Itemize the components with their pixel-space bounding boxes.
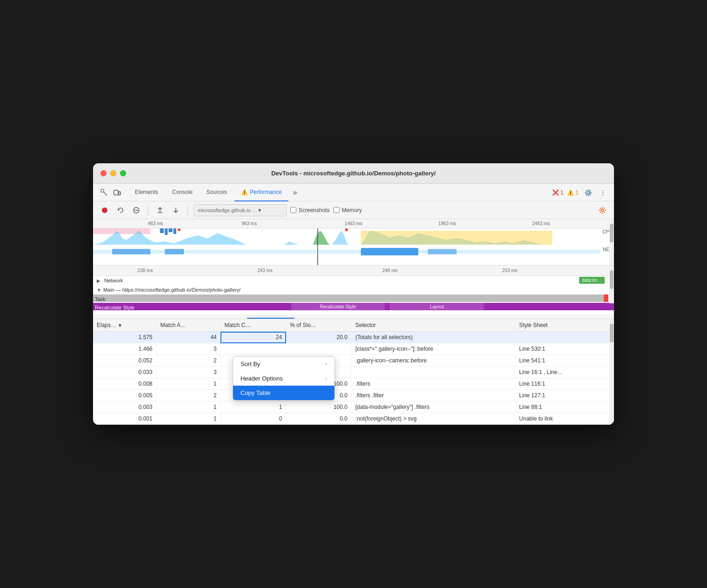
svg-rect-10 bbox=[93, 228, 150, 234]
cell-selector: .gallery-icon--camera::before bbox=[351, 355, 515, 367]
minimize-button[interactable] bbox=[110, 170, 116, 176]
download-icon[interactable] bbox=[170, 204, 182, 216]
cell-style-sheet[interactable]: Line 541:1 bbox=[515, 355, 614, 367]
detail-ruler: 238 ms 243 ms 248 ms 253 ms bbox=[93, 266, 614, 276]
inspect-icon[interactable] bbox=[99, 187, 110, 198]
device-toggle-icon[interactable] bbox=[112, 187, 123, 198]
network-expand-icon[interactable]: ▶ bbox=[97, 278, 100, 283]
table-row[interactable]: 1.575 44 24 20.0 (Totals for all selecto… bbox=[93, 332, 614, 343]
main-tabs: Elements Console Sources ⚠️ Performance … bbox=[128, 184, 550, 201]
svg-rect-19 bbox=[112, 249, 150, 254]
cell-elapsed: 0.008 bbox=[93, 378, 156, 390]
svg-rect-22 bbox=[428, 249, 457, 254]
cell-match-a: 1 bbox=[156, 378, 220, 390]
th-match-attempts[interactable]: Match A… bbox=[156, 319, 220, 332]
cell-selector bbox=[351, 367, 515, 378]
table-row[interactable]: 0.001 1 0 0.0 :not(foreignObject) > svg … bbox=[93, 413, 614, 425]
record-button[interactable] bbox=[99, 204, 111, 216]
tab-performance[interactable]: ⚠️ Performance bbox=[234, 184, 288, 201]
flame-settings-icon[interactable] bbox=[596, 204, 608, 216]
svg-rect-2 bbox=[114, 190, 118, 195]
time-indicator bbox=[317, 228, 318, 265]
settings-icon[interactable]: ⚙️ bbox=[582, 187, 594, 198]
flame-layout: Layout bbox=[390, 303, 484, 310]
scroll-bar[interactable] bbox=[609, 219, 614, 265]
cell-style-sheet[interactable]: Line 88:1 bbox=[515, 401, 614, 413]
cell-style-sheet[interactable]: Line 530:1 bbox=[515, 343, 614, 355]
more-options-icon[interactable]: ⋮ bbox=[597, 187, 608, 198]
devtools-window: DevTools - microsoftedge.github.io/Demos… bbox=[93, 163, 614, 425]
th-selector[interactable]: Selector bbox=[351, 319, 515, 332]
error-badge[interactable]: ❌ 1 bbox=[552, 189, 564, 196]
main-expand-icon[interactable]: ▼ bbox=[97, 287, 101, 293]
table-row[interactable]: 0.003 1 1 100.0 [data-module="gallery"] … bbox=[93, 401, 614, 413]
th-pct-slow[interactable]: % of Slo… bbox=[286, 319, 352, 332]
svg-rect-13 bbox=[165, 228, 167, 235]
close-button[interactable] bbox=[100, 170, 107, 176]
svg-rect-14 bbox=[168, 228, 172, 232]
screenshots-checkbox[interactable] bbox=[290, 207, 296, 213]
table-scroll[interactable] bbox=[609, 319, 614, 425]
cell-elapsed: 0.005 bbox=[93, 390, 156, 401]
cell-selector: [data-module="gallery"] .filters bbox=[351, 401, 515, 413]
tab-more[interactable]: » bbox=[289, 184, 301, 201]
memory-checkbox[interactable] bbox=[333, 207, 340, 213]
tab-sources[interactable]: Sources bbox=[200, 184, 233, 201]
tab-bar: Elements Console Sources ⚠️ Performance … bbox=[93, 184, 614, 201]
cell-style-sheet[interactable]: Line 127:1 bbox=[515, 390, 614, 401]
main-row: ▼ Main — https://microsoftedge.github.io… bbox=[93, 285, 614, 294]
ctx-header-options[interactable]: Header Options › bbox=[233, 371, 334, 386]
upload-icon[interactable] bbox=[154, 204, 166, 216]
detail-mark-0: 238 ms bbox=[138, 268, 153, 273]
cell-match-a: 44 bbox=[156, 332, 220, 343]
screenshots-checkbox-group: Screenshots bbox=[290, 207, 330, 214]
cell-style-sheet[interactable]: Line 16:1 , Line… bbox=[515, 367, 614, 378]
cell-pct-slow: 100.0 bbox=[286, 401, 352, 413]
tab-console[interactable]: Console bbox=[166, 184, 199, 201]
cell-match-c bbox=[220, 343, 286, 355]
ctx-arrow-icon: › bbox=[326, 376, 327, 381]
cell-elapsed: 0.052 bbox=[93, 355, 156, 367]
tab-warning-wrapper: ⚠️ Performance bbox=[241, 189, 282, 195]
svg-rect-21 bbox=[361, 248, 418, 255]
table-row[interactable]: 0.005 2 1 0.0 .filters .filter Line 127:… bbox=[93, 390, 614, 401]
cell-selector: .filters .filter bbox=[351, 390, 515, 401]
th-elapsed[interactable]: Elaps… ▼ bbox=[93, 319, 156, 332]
ctx-sort-by[interactable]: Sort By › bbox=[233, 357, 334, 371]
table-row[interactable]: 0.008 1 1 100.0 .filters Line 116:1 bbox=[93, 378, 614, 390]
ctx-arrow-icon: › bbox=[326, 361, 327, 367]
cell-selector: [class*=" gallery-icon--"]::before bbox=[351, 343, 515, 355]
clear-button[interactable] bbox=[130, 204, 142, 216]
cell-pct-slow bbox=[286, 343, 352, 355]
url-bar: microsoftedge.github.io …▼ bbox=[193, 204, 287, 216]
table-row[interactable]: 0.052 2 .gallery-icon--camera::before Li… bbox=[93, 355, 614, 367]
cell-pct-slow: 0.0 bbox=[286, 413, 352, 425]
cell-match-c: 0 bbox=[220, 413, 286, 425]
maximize-button[interactable] bbox=[120, 170, 126, 176]
cell-match-a: 2 bbox=[156, 390, 220, 401]
svg-line-1 bbox=[104, 192, 107, 195]
cell-match-a: 3 bbox=[156, 367, 220, 378]
th-style-sheet[interactable]: Style Sheet bbox=[515, 319, 614, 332]
tab-elements[interactable]: Elements bbox=[128, 184, 165, 201]
network-row: ▶ Network data:im… bbox=[93, 276, 614, 285]
performance-content: 463 ms 963 ms 1463 ms 1963 ms 2463 ms bbox=[93, 219, 614, 425]
network-data-bar: data:im… bbox=[579, 277, 605, 284]
warn-badge[interactable]: ⚠️ 1 bbox=[567, 189, 579, 196]
cell-match-c: 24 bbox=[220, 332, 286, 343]
window-controls bbox=[100, 170, 126, 176]
time-mark-4: 2463 ms bbox=[532, 221, 550, 226]
table-row[interactable]: 1.466 3 [class*=" gallery-icon--"]::befo… bbox=[93, 343, 614, 355]
detail-mark-2: 248 ms bbox=[382, 268, 398, 273]
ctx-copy-table[interactable]: Copy Table bbox=[233, 386, 334, 400]
cell-style-sheet[interactable]: Line 116:1 bbox=[515, 378, 614, 390]
detail-scroll[interactable] bbox=[609, 266, 614, 303]
reload-button[interactable] bbox=[114, 204, 127, 216]
th-match-count[interactable]: Match C… bbox=[220, 319, 286, 332]
cell-selector: :not(foreignObject) > svg bbox=[351, 413, 515, 425]
detail-mark-3: 253 ms bbox=[502, 268, 518, 273]
warn-icon: ⚠️ bbox=[567, 189, 574, 196]
table-row[interactable]: 0.033 3 Line 16:1 , Line… bbox=[93, 367, 614, 378]
cell-elapsed: 0.033 bbox=[93, 367, 156, 378]
warning-icon: ⚠️ bbox=[241, 189, 248, 195]
